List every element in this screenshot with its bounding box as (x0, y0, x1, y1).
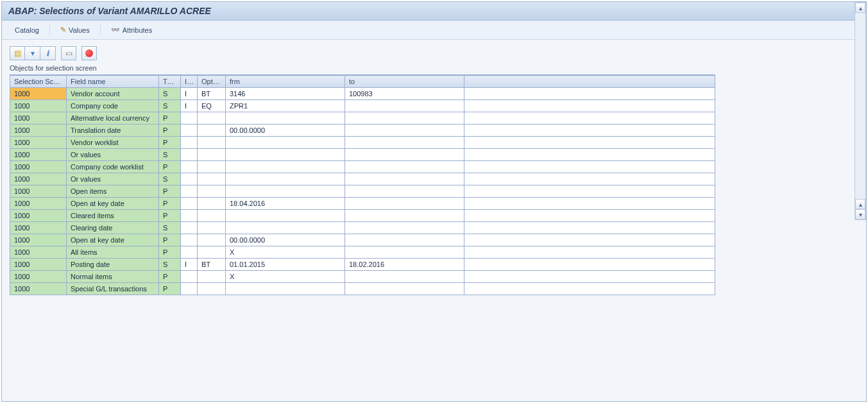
table-row[interactable]: 1000Open itemsP (10, 185, 715, 198)
cell-type[interactable]: S (159, 88, 181, 100)
cell-field-name[interactable]: Clearing date (67, 222, 159, 234)
cell-to[interactable] (345, 100, 464, 112)
cell-option[interactable] (198, 234, 226, 246)
col-ie[interactable]: I/E (181, 76, 198, 88)
cell-type[interactable]: P (159, 185, 181, 198)
table-row[interactable]: 1000Cleared itemsP (10, 210, 715, 222)
table-row[interactable]: 1000Open at key dateP18.04.2016 (10, 198, 715, 210)
cell-to[interactable] (345, 173, 464, 185)
cell-selection-scrn[interactable]: 1000 (10, 161, 67, 173)
cell-ie[interactable] (181, 149, 198, 161)
cell-selection-scrn[interactable]: 1000 (10, 124, 67, 137)
cell-ie[interactable] (181, 137, 198, 149)
cell-field-name[interactable]: Or values (67, 173, 159, 185)
cell-type[interactable]: P (159, 283, 181, 295)
cell-option[interactable] (198, 112, 226, 124)
cell-ie[interactable] (181, 185, 198, 198)
cell-to[interactable] (345, 185, 464, 198)
cell-to[interactable] (345, 222, 464, 234)
cell-option[interactable] (198, 246, 226, 259)
cell-ie[interactable]: I (181, 88, 198, 100)
cell-selection-scrn[interactable]: 1000 (10, 210, 67, 222)
cell-ie[interactable]: I (181, 259, 198, 271)
cell-field-name[interactable]: Open at key date (67, 198, 159, 210)
cell-type[interactable]: S (159, 222, 181, 234)
col-field-name[interactable]: Field name (67, 76, 159, 88)
cell-type[interactable]: S (159, 259, 181, 271)
filter-button[interactable]: ▾ (25, 46, 40, 60)
cell-frm[interactable] (226, 210, 345, 222)
cell-frm[interactable]: 3146 (226, 88, 345, 100)
cell-ie[interactable] (181, 234, 198, 246)
cell-frm[interactable]: 00.00.0000 (226, 124, 345, 137)
cell-option[interactable] (198, 185, 226, 198)
cell-type[interactable]: S (159, 100, 181, 112)
cell-ie[interactable] (181, 246, 198, 259)
cell-selection-scrn[interactable]: 1000 (10, 100, 67, 112)
cell-ie[interactable] (181, 210, 198, 222)
cell-frm[interactable] (226, 137, 345, 149)
sum-button[interactable]: ⅈ (40, 46, 56, 60)
cell-option[interactable] (198, 124, 226, 137)
cell-type[interactable]: P (159, 112, 181, 124)
vertical-scrollbar[interactable]: ▴ ▴ ▾ (855, 2, 866, 220)
cell-selection-scrn[interactable]: 1000 (10, 246, 67, 259)
cell-to[interactable] (345, 198, 464, 210)
table-row[interactable]: 1000Company codeSIEQZPR1 (10, 100, 715, 112)
cell-to[interactable] (345, 271, 464, 283)
cell-frm[interactable]: X (226, 271, 345, 283)
cell-selection-scrn[interactable]: 1000 (10, 112, 67, 124)
layout-button[interactable] (81, 46, 97, 60)
cell-frm[interactable]: 18.04.2016 (226, 198, 345, 210)
cell-frm[interactable] (226, 161, 345, 173)
cell-to[interactable] (345, 124, 464, 137)
cell-option[interactable] (198, 198, 226, 210)
scroll-up2-icon[interactable]: ▴ (855, 199, 865, 209)
table-row[interactable]: 1000Special G/L transactionsP (10, 283, 715, 295)
cell-type[interactable]: P (159, 124, 181, 137)
cell-type[interactable]: P (159, 161, 181, 173)
cell-option[interactable]: EQ (198, 100, 226, 112)
cell-field-name[interactable]: Or values (67, 149, 159, 161)
table-row[interactable]: 1000Translation dateP00.00.0000 (10, 124, 715, 137)
cell-selection-scrn[interactable]: 1000 (10, 259, 67, 271)
cell-frm[interactable]: X (226, 246, 345, 259)
cell-field-name[interactable]: Open at key date (67, 234, 159, 246)
cell-to[interactable] (345, 137, 464, 149)
cell-option[interactable] (198, 137, 226, 149)
cell-to[interactable] (345, 149, 464, 161)
scroll-up-icon[interactable]: ▴ (855, 3, 865, 13)
cell-ie[interactable] (181, 161, 198, 173)
cell-frm[interactable]: 01.01.2015 (226, 259, 345, 271)
cell-ie[interactable] (181, 173, 198, 185)
cell-option[interactable] (198, 210, 226, 222)
cell-option[interactable] (198, 283, 226, 295)
col-to[interactable]: to (345, 76, 464, 88)
cell-field-name[interactable]: Cleared items (67, 210, 159, 222)
cell-type[interactable]: P (159, 137, 181, 149)
table-row[interactable]: 1000Vendor accountSIBT3146100983 (10, 88, 715, 100)
table-row[interactable]: 1000Company code worklistP (10, 161, 715, 173)
cell-frm[interactable] (226, 112, 345, 124)
col-frm[interactable]: frm (226, 76, 345, 88)
cell-type[interactable]: P (159, 246, 181, 259)
cell-option[interactable]: BT (198, 88, 226, 100)
cell-selection-scrn[interactable]: 1000 (10, 198, 67, 210)
cell-ie[interactable] (181, 222, 198, 234)
col-selection-scrns[interactable]: Selection Scrns (10, 76, 67, 88)
cell-frm[interactable] (226, 149, 345, 161)
cell-field-name[interactable]: Company code worklist (67, 161, 159, 173)
attributes-action[interactable]: 👓 Attributes (105, 24, 158, 35)
cell-field-name[interactable]: Translation date (67, 124, 159, 137)
table-row[interactable]: 1000Or valuesS (10, 173, 715, 185)
cell-field-name[interactable]: Vendor account (67, 88, 159, 100)
values-action[interactable]: ✎ Values (54, 24, 96, 35)
cell-ie[interactable] (181, 283, 198, 295)
cell-field-name[interactable]: Open items (67, 185, 159, 198)
cell-selection-scrn[interactable]: 1000 (10, 173, 67, 185)
cell-field-name[interactable]: Alternative local currency (67, 112, 159, 124)
cell-type[interactable]: S (159, 149, 181, 161)
cell-type[interactable]: P (159, 198, 181, 210)
table-row[interactable]: 1000Vendor worklistP (10, 137, 715, 149)
cell-selection-scrn[interactable]: 1000 (10, 137, 67, 149)
